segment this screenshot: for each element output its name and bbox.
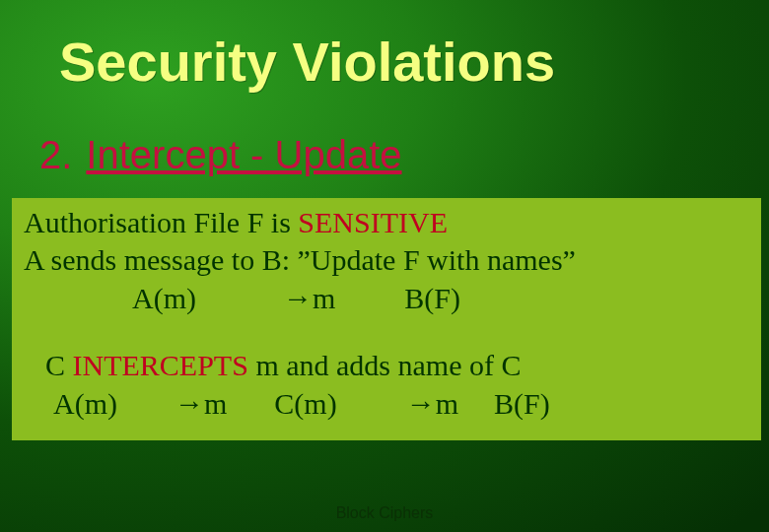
line-1: Authorisation File F is SENSITIVE (24, 204, 749, 241)
l4-intercepts: INTERCEPTS (73, 349, 248, 381)
l3-am: A(m) (132, 282, 196, 314)
l5-am: A(m) (53, 387, 117, 420)
l5-cm: C(m) (274, 387, 336, 420)
l5-m1: m (204, 387, 227, 420)
arrow-icon: → (406, 387, 436, 420)
slide-subtitle: 2. Intercept - Update (39, 133, 402, 177)
l4-c: m and adds name of C (248, 349, 522, 381)
line1-sensitive: SENSITIVE (298, 206, 448, 238)
line-5: A(m)→mC(m)→mB(F) (24, 385, 749, 423)
line-2: A sends message to B: ”Update F with nam… (24, 241, 749, 279)
line-3: A(m)→mB(F) (24, 280, 749, 317)
subtitle-text: Intercept - Update (86, 133, 401, 177)
l5-m2: m (436, 387, 458, 420)
l3-m: m (313, 282, 335, 314)
content-box: Authorisation File F is SENSITIVE A send… (12, 198, 761, 440)
arrow-icon: → (283, 282, 313, 314)
arrow-icon: → (175, 387, 204, 420)
line-4: C INTERCEPTS m and adds name of C (24, 347, 749, 384)
slide-footer: Block Ciphers (0, 504, 769, 522)
l4-a: C (45, 349, 73, 381)
line1-a: Authorisation File F is (24, 206, 298, 238)
l5-bf: B(F) (494, 387, 550, 420)
subtitle-number: 2. (39, 133, 72, 177)
l3-bf: B(F) (404, 282, 460, 314)
slide-title: Security Violations (59, 30, 555, 94)
